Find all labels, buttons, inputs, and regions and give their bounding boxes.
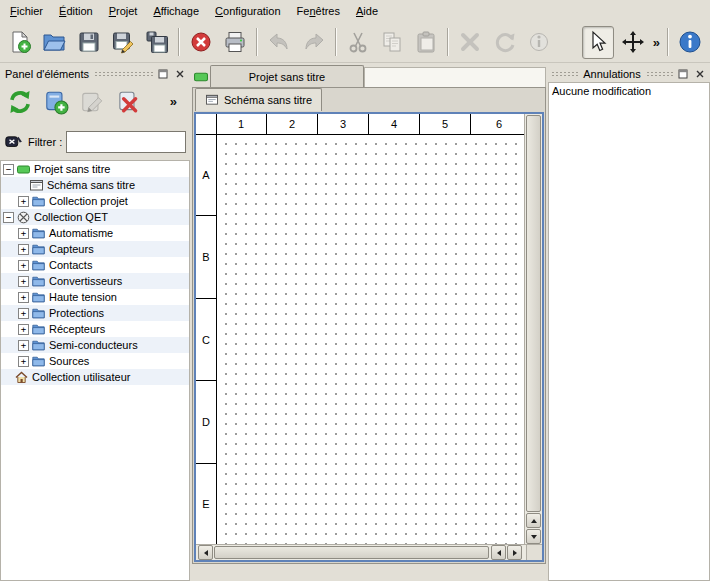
select-mode-button[interactable]	[582, 26, 614, 59]
expand-plus-icon[interactable]: +	[18, 292, 29, 303]
conductor-info-button	[523, 26, 555, 59]
dock-grip[interactable]	[646, 71, 673, 77]
close-file-button[interactable]	[185, 26, 217, 59]
menu-edition[interactable]: Édition	[51, 0, 101, 22]
new-element-button[interactable]	[39, 85, 72, 118]
row-header-d: D	[196, 381, 216, 463]
delete-icon	[458, 30, 482, 54]
diagram-icon	[30, 179, 43, 192]
expand-plus-icon[interactable]: +	[18, 324, 29, 335]
scroll-up-button[interactable]	[526, 513, 541, 528]
expand-plus-icon[interactable]: +	[18, 356, 29, 367]
workspace: Projet sans titre Schéma sans titre 1234…	[192, 65, 546, 581]
menu-projet[interactable]: Projet	[101, 0, 146, 22]
tab-project[interactable]: Projet sans titre	[210, 65, 364, 87]
cut-icon	[346, 30, 370, 54]
tree-item-protections[interactable]: +Protections	[1, 305, 189, 321]
filter-input[interactable]	[66, 131, 186, 153]
float-panel-button[interactable]	[676, 67, 690, 80]
elements-toolbar-overflow[interactable]: »	[167, 94, 180, 109]
element-delete-icon	[115, 89, 141, 115]
new-file-button[interactable]	[4, 26, 36, 59]
expand-plus-icon[interactable]: +	[18, 196, 29, 207]
save-all-icon	[145, 30, 169, 54]
elements-panel: Panel d'éléments » Filtrer : −Projet san…	[0, 65, 190, 581]
cursor-icon	[586, 30, 610, 54]
row-header-c: C	[196, 299, 216, 381]
hscroll-thumb[interactable]	[214, 546, 489, 559]
save-button[interactable]	[72, 26, 104, 59]
home-icon	[15, 371, 28, 384]
expand-plus-icon[interactable]: +	[18, 340, 29, 351]
tree-item-automatisme[interactable]: +Automatisme	[1, 225, 189, 241]
save-all-button[interactable]	[141, 26, 173, 59]
tree-item-sources[interactable]: +Sources	[1, 353, 189, 369]
tree-item-collection-qet[interactable]: −Collection QET	[1, 209, 189, 225]
close-panel-button[interactable]	[693, 67, 707, 80]
menu-fichier[interactable]: Fichier	[2, 0, 51, 22]
tree-item-label: Récepteurs	[49, 323, 105, 335]
reload-collections-button[interactable]	[3, 85, 36, 118]
tree-item-label: Protections	[49, 307, 104, 319]
diagram-canvas[interactable]	[217, 135, 527, 545]
expand-plus-icon[interactable]: +	[18, 228, 29, 239]
diagram-view: 123456 ABCDE	[194, 112, 544, 562]
info-blue-icon	[678, 30, 702, 54]
main-toolbar: »	[0, 22, 710, 63]
print-icon	[223, 30, 247, 54]
vertical-scrollbar[interactable]	[524, 114, 542, 545]
menu-configuration[interactable]: Configuration	[207, 0, 288, 22]
row-header-e: E	[196, 464, 216, 545]
conductor-info-icon	[527, 30, 551, 54]
horizontal-scrollbar[interactable]	[196, 544, 527, 560]
scroll-left-button[interactable]	[198, 545, 213, 560]
tree-item-projet-sans-titre[interactable]: −Projet sans titre	[1, 161, 189, 177]
close-panel-button[interactable]	[173, 67, 187, 80]
print-button[interactable]	[219, 26, 251, 59]
tree-item-semi-conducteurs[interactable]: +Semi-conducteurs	[1, 337, 189, 353]
float-panel-button[interactable]	[156, 67, 170, 80]
folder-icon	[32, 227, 45, 240]
tree-item-capteurs[interactable]: +Capteurs	[1, 241, 189, 257]
menu-bar: FichierÉditionProjetAffichageConfigurati…	[0, 0, 710, 22]
dock-grip[interactable]	[551, 71, 578, 77]
collapse-minus-icon[interactable]: −	[3, 212, 14, 223]
delete-element-button[interactable]	[111, 85, 144, 118]
clear-filter-icon[interactable]	[4, 133, 24, 151]
tree-item-schema-sans-titre[interactable]: Schéma sans titre	[1, 177, 189, 193]
ruler-corner	[196, 114, 217, 135]
menu-fenetres[interactable]: Fenêtres	[289, 0, 348, 22]
expand-plus-icon[interactable]: +	[18, 244, 29, 255]
right-arrow-icon	[513, 550, 517, 556]
tree-item-contacts[interactable]: +Contacts	[1, 257, 189, 273]
about-button[interactable]	[674, 26, 706, 59]
undo-panel: Annulations Aucune modification	[548, 65, 710, 581]
tree-item-haute-tension[interactable]: +Haute tension	[1, 289, 189, 305]
menu-aide[interactable]: Aide	[348, 0, 386, 22]
save-as-button[interactable]	[107, 26, 139, 59]
left-arrow-icon	[497, 550, 501, 556]
scroll-left-button-2[interactable]	[491, 545, 506, 560]
move-icon	[621, 30, 645, 54]
expand-plus-icon[interactable]: +	[18, 260, 29, 271]
scroll-down-button[interactable]	[526, 529, 541, 544]
pan-mode-button[interactable]	[616, 26, 648, 59]
left-arrow-icon	[204, 550, 208, 556]
expand-plus-icon[interactable]: +	[18, 276, 29, 287]
toolbar-separator	[335, 28, 337, 56]
scroll-right-button[interactable]	[507, 545, 522, 560]
tree-item-recepteurs[interactable]: +Récepteurs	[1, 321, 189, 337]
menu-affichage[interactable]: Affichage	[145, 0, 207, 22]
expand-plus-icon[interactable]: +	[18, 308, 29, 319]
tab-diagram[interactable]: Schéma sans titre	[195, 88, 322, 111]
toolbar-overflow[interactable]: »	[650, 35, 663, 50]
vscroll-thumb[interactable]	[526, 115, 541, 512]
project-window-menu[interactable]	[192, 67, 210, 87]
dock-grip[interactable]	[94, 71, 153, 77]
open-file-button[interactable]	[38, 26, 70, 59]
tree-item-collection-projet[interactable]: +Collection projet	[1, 193, 189, 209]
tree-item-convertisseurs[interactable]: +Convertisseurs	[1, 273, 189, 289]
collapse-minus-icon[interactable]: −	[3, 164, 14, 175]
tree-item-collection-utilisateur[interactable]: Collection utilisateur	[1, 369, 189, 385]
rotate-icon	[493, 30, 517, 54]
